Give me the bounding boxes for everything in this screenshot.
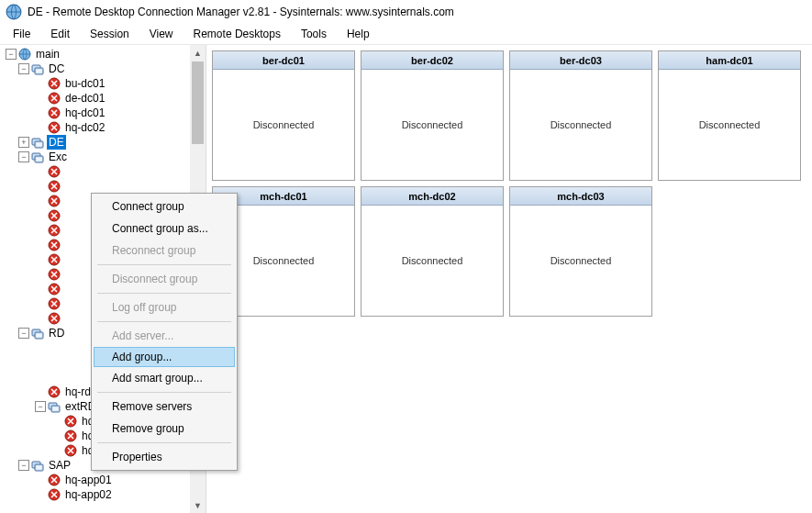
none-icon — [48, 356, 61, 369]
twisty-spacer — [35, 342, 46, 353]
server-off-icon — [48, 239, 61, 251]
twisty-spacer — [35, 195, 46, 206]
tree-node-hq-app01[interactable]: hq-app01 — [2, 473, 191, 487]
menu-file[interactable]: File — [4, 26, 39, 42]
collapse-icon[interactable]: − — [18, 460, 29, 471]
tree-label[interactable]: Exc — [47, 150, 69, 164]
tree-label[interactable]: hq-app02 — [63, 487, 114, 502]
twisty-spacer — [35, 107, 46, 118]
thumbnail-title: mch-dc02 — [362, 187, 503, 206]
menu-remote-desktops[interactable]: Remote Desktops — [184, 26, 290, 42]
menubar: FileEditSessionViewRemote DesktopsToolsH… — [0, 24, 812, 44]
tree-label[interactable]: main — [34, 47, 61, 61]
server-off-icon — [48, 92, 61, 105]
tree-label[interactable]: de-dc01 — [63, 91, 106, 106]
scroll-up-icon[interactable]: ▲ — [190, 45, 206, 61]
tree-node-hq-dc01[interactable]: hq-dc01 — [2, 106, 191, 120]
group-icon — [31, 151, 44, 163]
menu-item-add-group[interactable]: Add group... — [94, 347, 235, 367]
thumbnail-grid: ber-dc01Disconnectedber-dc02Disconnected… — [212, 50, 806, 317]
menu-separator — [97, 293, 231, 294]
thumbnail-status: Disconnected — [510, 206, 651, 316]
twisty-spacer — [35, 93, 46, 104]
thumbnail-status: Disconnected — [213, 70, 354, 180]
menu-view[interactable]: View — [140, 26, 183, 42]
menu-separator — [97, 321, 231, 322]
tree-label[interactable]: bu-dc01 — [63, 76, 106, 91]
tree-node-hq-dc02[interactable]: hq-dc02 — [2, 120, 191, 135]
server-thumbnail-ber-dc03[interactable]: ber-dc03Disconnected — [509, 50, 652, 181]
collapse-icon[interactable]: − — [18, 63, 29, 74]
menu-item-remove-servers[interactable]: Remove servers — [94, 396, 235, 418]
scroll-thumb[interactable] — [192, 61, 204, 144]
tree-node-de-dc01[interactable]: de-dc01 — [2, 91, 191, 106]
twisty-spacer — [35, 181, 46, 192]
menu-item-connect-group-as[interactable]: Connect group as... — [94, 217, 235, 240]
thumbnail-status: Disconnected — [362, 70, 503, 180]
tree-label[interactable]: hq-dc02 — [63, 120, 106, 135]
server-thumbnail-ber-dc01[interactable]: ber-dc01Disconnected — [212, 50, 355, 181]
thumbnail-status: Disconnected — [659, 70, 800, 180]
group-icon — [31, 136, 44, 149]
server-off-icon — [64, 429, 77, 442]
menu-item-add-smart-group[interactable]: Add smart group... — [94, 367, 235, 389]
twisty-spacer — [35, 122, 46, 133]
titlebar: DE - Remote Desktop Connection Manager v… — [0, 0, 812, 24]
server-off-icon — [48, 209, 61, 222]
collapse-icon[interactable]: − — [18, 151, 29, 162]
thumbnail-title: ber-dc03 — [510, 51, 651, 70]
expand-icon[interactable]: + — [18, 137, 29, 148]
twisty-spacer — [35, 269, 46, 280]
tree-node-hq-app02[interactable]: hq-app02 — [2, 487, 191, 502]
tree-node-main[interactable]: −main — [2, 47, 191, 61]
server-off-icon — [48, 268, 61, 281]
menu-item-add-server: Add server... — [94, 325, 235, 347]
tree-label[interactable]: hq-dc01 — [63, 106, 106, 120]
menu-tools[interactable]: Tools — [292, 26, 336, 42]
thumbnail-status: Disconnected — [362, 206, 503, 316]
server-off-icon — [64, 444, 77, 457]
twisty-spacer — [35, 210, 46, 221]
twisty-spacer — [35, 225, 46, 236]
twisty-spacer — [35, 254, 46, 265]
twisty-spacer — [35, 474, 46, 485]
collapse-icon[interactable]: − — [6, 49, 17, 60]
menu-item-reconnect-group: Reconnect group — [94, 240, 235, 262]
tree-label[interactable]: hq-app01 — [63, 473, 114, 487]
tree-label[interactable]: DC — [47, 61, 66, 76]
menu-edit[interactable]: Edit — [41, 26, 79, 42]
server-thumbnail-mch-dc02[interactable]: mch-dc02Disconnected — [361, 186, 504, 317]
twisty-spacer — [35, 166, 46, 177]
tree-node-dc[interactable]: −DC — [2, 61, 191, 76]
twisty-spacer — [35, 357, 46, 368]
menu-item-remove-group[interactable]: Remove group — [94, 418, 235, 440]
server-thumbnail-ham-dc01[interactable]: ham-dc01Disconnected — [658, 50, 801, 181]
collapse-icon[interactable]: − — [35, 401, 46, 412]
menu-item-properties[interactable]: Properties — [94, 446, 235, 468]
tree-label[interactable]: SAP — [47, 458, 72, 473]
thumbnail-title: ham-dc01 — [659, 51, 800, 70]
menu-item-connect-group[interactable]: Connect group — [94, 195, 235, 217]
menu-help[interactable]: Help — [338, 26, 379, 42]
tree-label[interactable]: RD — [47, 326, 66, 340]
server-thumbnail-mch-dc03[interactable]: mch-dc03Disconnected — [509, 186, 652, 317]
context-menu[interactable]: Connect groupConnect group as...Reconnec… — [91, 193, 238, 471]
server-off-icon — [48, 180, 61, 193]
server-off-icon — [48, 297, 61, 310]
thumbnail-title: mch-dc03 — [510, 187, 651, 206]
server-off-icon — [64, 415, 77, 428]
tree-node[interactable] — [2, 179, 191, 194]
menu-session[interactable]: Session — [81, 26, 139, 42]
server-thumbnail-ber-dc02[interactable]: ber-dc02Disconnected — [361, 50, 504, 181]
twisty-spacer — [51, 416, 62, 427]
tree-node-de[interactable]: +DE — [2, 135, 191, 150]
tree-label[interactable]: DE — [47, 135, 66, 150]
thumbnail-panel: ber-dc01Disconnectedber-dc02Disconnected… — [206, 45, 812, 513]
scroll-down-icon[interactable]: ▼ — [190, 497, 206, 513]
collapse-icon[interactable]: − — [18, 328, 29, 339]
server-off-icon — [48, 121, 61, 134]
tree-node-exc[interactable]: −Exc — [2, 150, 191, 164]
tree-node-bu-dc01[interactable]: bu-dc01 — [2, 76, 191, 91]
tree-node[interactable] — [2, 164, 191, 179]
thumbnail-status: Disconnected — [510, 70, 651, 180]
